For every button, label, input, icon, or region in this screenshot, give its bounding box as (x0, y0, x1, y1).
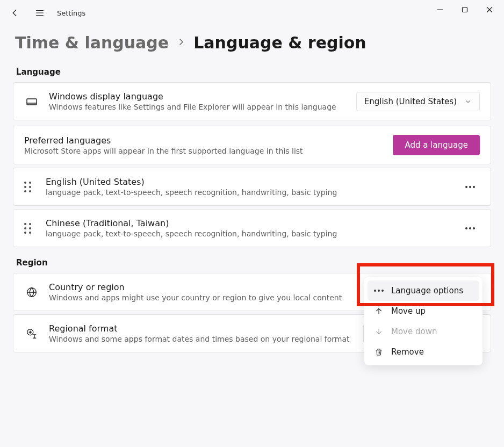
monitor-icon (24, 95, 39, 108)
section-label-region: Region (0, 247, 504, 273)
menu-item-label: Remove (391, 347, 424, 357)
menu-item-label: Language options (391, 286, 463, 295)
language-item-name: Chinese (Traditional, Taiwan) (46, 218, 451, 228)
language-item-name: English (United States) (46, 177, 451, 187)
menu-item-label: Move down (391, 327, 437, 336)
language-context-menu: Language options Move up Move down Remov… (364, 277, 483, 365)
hamburger-menu-button[interactable] (29, 2, 51, 24)
chevron-down-icon (464, 98, 472, 105)
regional-format-desc: Windows and some apps format dates and t… (49, 335, 354, 343)
back-button[interactable] (4, 2, 26, 24)
globe-icon (24, 286, 39, 298)
svg-rect-0 (463, 8, 467, 12)
language-item-more-button[interactable] (460, 219, 480, 238)
language-item-features: language pack, text-to-speech, speech re… (46, 188, 451, 197)
breadcrumb: Time & language Language & region (0, 26, 504, 56)
language-item-english[interactable]: English (United States) language pack, t… (13, 168, 491, 206)
app-title: Settings (57, 9, 85, 17)
language-item-features: language pack, text-to-speech, speech re… (46, 229, 451, 238)
more-icon (465, 227, 475, 229)
maximize-button[interactable] (452, 0, 477, 19)
menu-item-move-up[interactable]: Move up (368, 301, 479, 321)
arrow-down-icon (374, 327, 384, 336)
menu-item-language-options[interactable]: Language options (368, 280, 479, 301)
more-icon (374, 290, 384, 292)
more-icon (465, 186, 475, 188)
drag-handle-icon[interactable] (24, 223, 36, 234)
preferred-languages-card: Preferred languages Microsoft Store apps… (13, 126, 491, 164)
drag-handle-icon[interactable] (24, 182, 36, 192)
breadcrumb-parent[interactable]: Time & language (15, 33, 169, 52)
chevron-right-icon (176, 36, 186, 49)
trash-icon (374, 348, 384, 356)
language-item-more-button[interactable] (460, 177, 480, 197)
display-language-desc: Windows features like Settings and File … (49, 103, 347, 111)
svg-rect-1 (27, 99, 37, 105)
display-language-select[interactable]: English (United States) (356, 92, 480, 111)
preferred-languages-desc: Microsoft Store apps will appear in the … (24, 147, 383, 155)
menu-item-remove[interactable]: Remove (368, 342, 479, 362)
display-language-card: Windows display language Windows feature… (13, 82, 491, 120)
display-language-value: English (United States) (364, 97, 457, 106)
menu-item-label: Move up (391, 306, 426, 316)
menu-item-move-down: Move down (368, 321, 479, 342)
add-language-button[interactable]: Add a language (393, 135, 480, 155)
regional-format-title: Regional format (49, 323, 354, 334)
preferred-languages-title: Preferred languages (24, 135, 383, 146)
display-language-title: Windows display language (49, 91, 347, 102)
close-button[interactable] (477, 0, 502, 19)
translate-icon (24, 328, 39, 340)
minimize-button[interactable] (428, 0, 452, 19)
section-label-language: Language (0, 56, 504, 82)
arrow-up-icon (374, 307, 384, 315)
language-item-chinese[interactable]: Chinese (Traditional, Taiwan) language p… (13, 209, 491, 247)
breadcrumb-current: Language & region (193, 33, 366, 52)
